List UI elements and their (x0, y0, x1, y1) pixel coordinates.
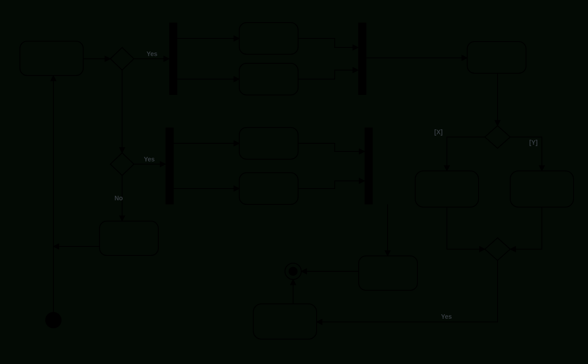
edge-f1a-join1 (298, 38, 358, 47)
edge-x-merge (447, 207, 485, 249)
edge-f2b-join2 (298, 181, 365, 189)
action-y (510, 171, 574, 207)
edge-merge-bottom (317, 260, 498, 322)
fork-1 (169, 23, 177, 95)
final-node (285, 263, 301, 279)
decision-mid (110, 153, 134, 175)
label-no: No (114, 194, 123, 202)
join-1 (358, 23, 366, 95)
svg-point-1 (289, 267, 298, 276)
label-yes-1: Yes (147, 50, 157, 57)
action-fork1-b (239, 63, 298, 95)
action-fork2-a (239, 128, 298, 159)
label-guard-x: [X] (434, 128, 443, 136)
edge-f1b-join1 (298, 70, 358, 79)
edge-y-merge (510, 207, 542, 249)
label-yes-2: Yes (144, 156, 155, 163)
activity-diagram: Yes [X] [Y] Yes Yes No (0, 0, 588, 364)
edge-dright-x (447, 137, 485, 171)
action-fork1-a (239, 23, 298, 54)
decision-top (110, 47, 134, 70)
action-right (467, 42, 526, 73)
label-guard-y: [Y] (529, 139, 538, 146)
action-top-left (20, 41, 83, 76)
fork-2 (166, 128, 174, 204)
decision-right (485, 126, 510, 148)
join-2 (365, 128, 373, 204)
initial-node (45, 312, 62, 328)
action-bottom (253, 304, 317, 339)
label-yes-3: Yes (441, 313, 452, 320)
action-no (100, 221, 158, 255)
action-x (415, 171, 479, 207)
merge-right (485, 238, 510, 260)
action-center (359, 256, 417, 290)
edge-f2a-join2 (298, 143, 365, 151)
action-fork2-b (239, 173, 298, 204)
